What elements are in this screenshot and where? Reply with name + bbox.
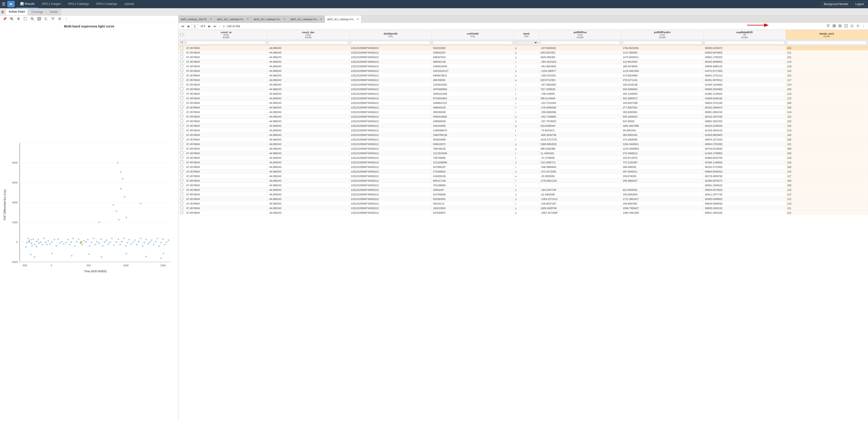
row-checkbox[interactable] xyxy=(180,211,183,214)
filter-band[interactable]: - r i y z u g xyxy=(514,40,539,46)
filter-coord-dec[interactable] xyxy=(267,40,349,46)
filter-diaobjectid[interactable] xyxy=(349,40,432,46)
table-row[interactable]: 67.4579634-44.080243125222205987345562​1… xyxy=(179,133,868,137)
filter-psfdifffluxerr[interactable] xyxy=(621,40,704,46)
row-checkbox[interactable] xyxy=(180,46,183,49)
row-checkbox[interactable] xyxy=(180,110,183,113)
table-row[interactable]: 67.4579634-44.080243125222205987345562​1… xyxy=(179,146,868,151)
last-page-button[interactable]: ⏭ xyxy=(213,24,217,28)
row-checkbox[interactable] xyxy=(180,128,183,131)
table-row[interactable]: 67.4579634-44.080243125222205987345562​1… xyxy=(179,96,868,101)
table-wrapper[interactable]: coord_ra (deg) double coord_dec (deg) do… xyxy=(179,30,868,421)
table-row[interactable]: 67.4579634-44.080243125222205987345562​1… xyxy=(179,137,868,142)
filter-input-psfdifffluxerr[interactable] xyxy=(623,41,702,44)
table-row[interactable]: 67.4579634-44.080243125222205987345562​1… xyxy=(179,110,868,114)
row-checkbox[interactable] xyxy=(180,87,183,90)
row-checkbox[interactable] xyxy=(180,151,183,154)
table-row[interactable]: 67.4579634-44.080243125222205987345562​1… xyxy=(179,73,868,78)
table-row[interactable]: 67.4579634-44.080243125222205987345562​1… xyxy=(179,114,868,119)
row-checkbox[interactable] xyxy=(180,193,183,196)
table-tab-dp02-4[interactable]: dp02_dc2_catalogs.For... ✕ xyxy=(325,16,362,23)
chart-settings-button[interactable] xyxy=(57,17,62,21)
chart-tab-details[interactable]: Details xyxy=(47,9,61,15)
table-row[interactable]: 67.4579634-44.080243125222205987345562​1… xyxy=(179,174,868,178)
row-checkbox[interactable] xyxy=(180,74,183,77)
hamburger-menu[interactable]: ☰ xyxy=(2,2,5,7)
table-save-button[interactable] xyxy=(838,24,843,29)
filter-select-band[interactable]: - r i y z u g xyxy=(515,41,538,44)
col-header-band[interactable]: band char xyxy=(514,30,539,40)
select-all-checkbox[interactable] xyxy=(180,33,183,36)
table-row[interactable]: 67.4579634-44.080243125222205987345562​1… xyxy=(179,201,868,206)
filter-ccdvisitid[interactable] xyxy=(432,40,514,46)
chart-tab-coverage[interactable]: Coverage xyxy=(28,9,46,15)
table-row[interactable]: 67.4579634-44.080243125222205987345562​1… xyxy=(179,55,868,59)
row-checkbox[interactable] xyxy=(180,92,183,95)
table-row[interactable]: 67.4579634-44.080243125222205987345562​1… xyxy=(179,151,868,156)
first-page-button[interactable]: ⏮ xyxy=(180,24,185,28)
row-checkbox[interactable] xyxy=(180,174,183,177)
table-row[interactable]: 67.4579634-44.080243125222205987345562​1… xyxy=(179,188,868,192)
table-settings-button[interactable] xyxy=(856,24,861,29)
table-row[interactable]: 67.4579634-44.080243125222205987345562​1… xyxy=(179,165,868,169)
select-all-header[interactable] xyxy=(179,30,185,40)
next-page-button[interactable]: ▶ xyxy=(208,24,212,28)
table-info-button[interactable]: i xyxy=(849,24,855,29)
table-row[interactable]: 67.4579634-44.080243125222205987345562​1… xyxy=(179,101,868,105)
row-checkbox[interactable] xyxy=(180,78,183,81)
row-checkbox[interactable] xyxy=(180,51,183,54)
col-header-psfdiffflux[interactable]: psfDiffFlux (nJy) double xyxy=(539,30,621,40)
row-checkbox[interactable] xyxy=(180,165,183,168)
table-row[interactable]: 67.4579634-44.080243125222205987345562​1… xyxy=(179,124,868,128)
table-row[interactable]: 67.4579634-44.080243125222205987345562​1… xyxy=(179,92,868,96)
table-columns-button[interactable] xyxy=(832,24,837,29)
row-checkbox[interactable] xyxy=(180,161,183,163)
row-checkbox[interactable] xyxy=(180,197,183,200)
table-row[interactable]: 67.4579634-44.080243125222205987345562​1… xyxy=(179,183,868,188)
filter-input-psfdiffflux[interactable] xyxy=(540,41,620,44)
close-tab-dp03[interactable]: ✕ xyxy=(210,18,212,21)
row-checkbox[interactable] xyxy=(180,55,183,58)
col-header-diaobjectid[interactable]: diaObjectId long xyxy=(349,30,432,40)
nav-tab-dp02catalogs[interactable]: DP0.2 Catalogs xyxy=(64,0,93,8)
filter-coord-ra[interactable] xyxy=(185,40,267,46)
table-row[interactable]: 67.4579634-44.080243125222205987345562​1… xyxy=(179,69,868,73)
table-more-button[interactable]: ⋮ xyxy=(861,24,866,28)
chart-tab-active-chart[interactable]: Active Chart xyxy=(6,9,28,15)
col-header-psfdifffluxerr[interactable]: psfDiffFluxErr (nJy) double xyxy=(621,30,704,40)
zoom-out-button[interactable] xyxy=(30,17,35,21)
select-box-button[interactable] xyxy=(23,17,28,21)
row-checkbox[interactable] xyxy=(180,147,183,150)
page-number-input[interactable] xyxy=(191,24,198,28)
table-row[interactable]: 67.4579634-44.080243125222205987345562​1… xyxy=(179,169,868,174)
row-checkbox[interactable] xyxy=(180,183,183,186)
close-tab-dp02-4[interactable]: ✕ xyxy=(357,18,359,21)
nav-tab-upload[interactable]: Upload xyxy=(121,0,137,8)
filter-input-expmidptmjd[interactable] xyxy=(705,41,784,44)
close-tab-dp02-3[interactable]: ✕ xyxy=(320,18,322,21)
table-row[interactable]: 67.4579634-44.080243125222205987345562​1… xyxy=(179,142,868,146)
filter-expmidptmjd[interactable] xyxy=(704,40,786,46)
row-checkbox[interactable] xyxy=(180,188,183,191)
filter-input-bands-ascii[interactable] xyxy=(787,41,866,44)
col-header-coord-ra[interactable]: coord_ra (deg) double xyxy=(185,30,267,40)
row-checkbox[interactable] xyxy=(180,156,183,159)
row-checkbox[interactable] xyxy=(180,179,183,182)
filter-psfdiffflux[interactable] xyxy=(539,40,621,46)
row-checkbox[interactable] xyxy=(180,138,183,141)
filter-input-ccdvisitid[interactable] xyxy=(433,41,512,44)
table-row[interactable]: 67.4579634-44.080243125222205987345562​1… xyxy=(179,87,868,92)
pin-button[interactable]: 📌 xyxy=(2,17,7,21)
table-tab-dp02-2[interactable]: dp02_dc2_catalogs.For... ✕ xyxy=(251,16,288,23)
table-row[interactable]: 67.4579634-44.080243125222205987345562​1… xyxy=(179,82,868,87)
table-row[interactable]: 67.4579634-44.080243125222205987345562​1… xyxy=(179,50,868,55)
table-row[interactable]: 67.4579634-44.080243125222205987345562​1… xyxy=(179,59,868,64)
row-checkbox[interactable] xyxy=(180,69,183,72)
table-filter-button[interactable] xyxy=(826,24,831,29)
row-checkbox[interactable] xyxy=(180,96,183,99)
table-row[interactable]: 67.4579634-44.080243125222205987345562​1… xyxy=(179,105,868,110)
table-row[interactable]: 67.4579634-44.080243125222205987345562​1… xyxy=(179,178,868,183)
table-row[interactable]: 67.4579634-44.080243125222205987345562​1… xyxy=(179,160,868,165)
table-row[interactable]: 67.4579634-44.080243125222205987345562​1… xyxy=(179,119,868,124)
chart-more-button[interactable]: ⋮ xyxy=(64,17,69,21)
